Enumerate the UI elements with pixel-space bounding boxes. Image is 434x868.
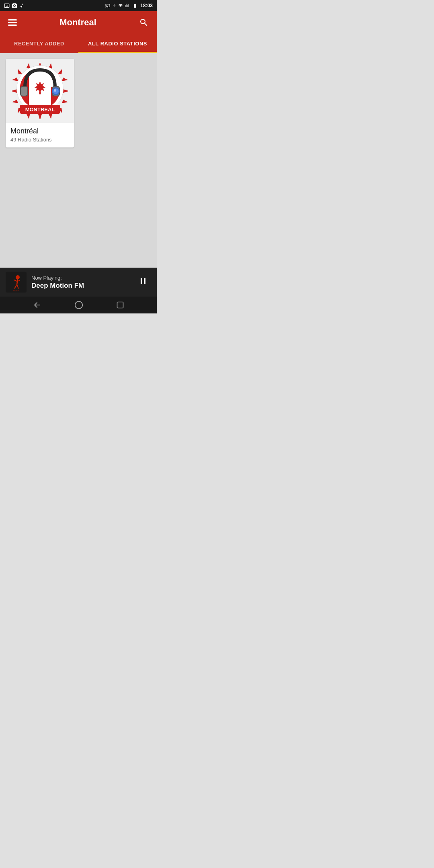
montreal-station-card[interactable]: MONTREAL Montréal 49 Radio Stations [6, 59, 74, 147]
tabs-container: RECENTLY ADDED ALL RADIO STATIONS [0, 34, 157, 53]
svg-marker-10 [12, 78, 18, 81]
montreal-logo-svg: MONTREAL [9, 60, 71, 122]
svg-marker-12 [62, 78, 68, 81]
tab-all-radio-stations[interactable]: ALL RADIO STATIONS [78, 34, 157, 53]
svg-rect-38 [117, 302, 123, 308]
gallery-icon [4, 3, 10, 8]
svg-marker-11 [12, 100, 18, 103]
svg-marker-13 [62, 100, 68, 103]
svg-point-37 [75, 301, 82, 309]
content-area: MONTREAL Montréal 49 Radio Stations [0, 53, 157, 268]
cellular-icon [125, 3, 130, 8]
svg-marker-14 [27, 113, 30, 119]
station-name: Montréal [10, 127, 69, 135]
svg-marker-1 [38, 114, 42, 120]
svg-marker-5 [58, 69, 62, 74]
now-playing-title: Deep Motion FM [31, 282, 130, 290]
music-icon [19, 3, 24, 8]
status-bar: 18:03 [0, 0, 157, 11]
now-playing-bar[interactable]: DEEP Now Playing: Deep Motion FM [0, 268, 157, 297]
app-title: Montreal [59, 17, 96, 28]
home-icon [74, 301, 83, 309]
svg-point-26 [54, 89, 56, 92]
recents-button[interactable] [116, 301, 124, 309]
svg-marker-15 [49, 113, 52, 119]
back-icon [33, 301, 41, 309]
search-icon [139, 18, 149, 27]
svg-marker-4 [18, 69, 22, 74]
hamburger-icon [8, 19, 17, 26]
svg-marker-2 [11, 89, 17, 93]
menu-button[interactable] [6, 18, 18, 27]
wifi-icon [118, 3, 123, 8]
battery-icon [131, 3, 139, 8]
now-playing-info: Now Playing: Deep Motion FM [31, 275, 130, 290]
svg-text:MONTREAL: MONTREAL [25, 106, 55, 113]
station-card-info: Montréal 49 Radio Stations [6, 123, 74, 147]
svg-text:DEEP: DEEP [13, 289, 19, 292]
status-left-icons [4, 3, 24, 8]
signal-up-icon [112, 3, 116, 8]
svg-rect-21 [21, 87, 27, 96]
time-display: 18:03 [140, 3, 153, 8]
station-count: 49 Radio Stations [10, 137, 69, 143]
back-button[interactable] [33, 301, 41, 309]
deep-motion-logo: DEEP [6, 272, 26, 292]
recents-icon [116, 301, 124, 309]
camera-icon [12, 3, 17, 8]
svg-rect-29 [6, 272, 26, 292]
search-button[interactable] [137, 16, 150, 29]
station-card-image: MONTREAL [6, 59, 74, 123]
pause-button[interactable] [135, 274, 151, 290]
svg-marker-3 [63, 89, 69, 93]
tab-recently-added[interactable]: RECENTLY ADDED [0, 34, 78, 53]
pause-icon [138, 276, 148, 286]
now-playing-label: Now Playing: [31, 275, 130, 281]
now-playing-logo: DEEP [6, 272, 27, 293]
cast-icon [105, 3, 111, 8]
status-right-icons: 18:03 [105, 3, 153, 8]
app-bar: Montreal [0, 11, 157, 34]
svg-rect-19 [39, 91, 41, 94]
nav-bar [0, 297, 157, 313]
home-button[interactable] [74, 301, 83, 309]
svg-point-30 [16, 275, 20, 279]
